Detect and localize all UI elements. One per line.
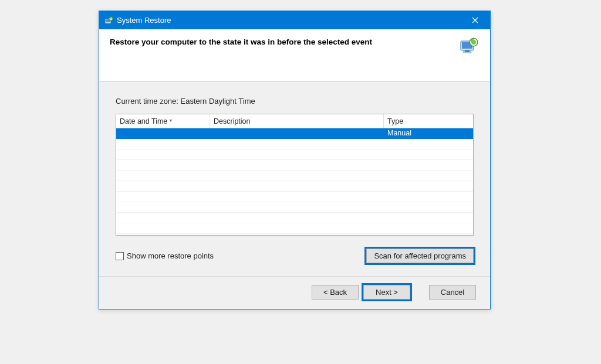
cancel-button[interactable]: Cancel [429,285,476,300]
table-body: Manual [116,128,473,234]
system-restore-dialog: System Restore Restore your computer to … [99,11,491,309]
checkbox-icon [116,252,124,260]
show-more-checkbox[interactable]: Show more restore points [116,251,214,260]
timezone-label: Current time zone: Eastern Daylight Time [116,97,474,106]
wizard-heading: Restore your computer to the state it wa… [110,38,372,46]
svg-rect-8 [463,52,471,53]
titlebar: System Restore [99,11,490,29]
column-type[interactable]: Type [384,114,473,128]
header-section: Restore your computer to the state it wa… [99,29,490,81]
column-type-label: Type [387,117,403,125]
cell-description [210,128,384,139]
content-section: Current time zone: Eastern Daylight Time… [99,81,490,276]
show-more-label: Show more restore points [127,251,214,260]
table-header: Date and Time ▾ Description Type [116,114,473,128]
options-row: Show more restore points Scan for affect… [116,249,474,263]
footer-section: < Back Next > Cancel [99,276,490,309]
svg-rect-7 [465,50,470,52]
back-button[interactable]: < Back [312,285,359,300]
cell-datetime [116,128,210,139]
window-title: System Restore [117,16,463,25]
scan-affected-button[interactable]: Scan for affected programs [366,249,474,263]
cell-type: Manual [384,128,473,139]
column-description-label: Description [214,117,251,125]
next-button[interactable]: Next > [363,285,410,300]
column-description[interactable]: Description [210,114,384,128]
restore-monitor-icon [460,38,480,57]
table-row[interactable]: Manual [116,128,473,139]
close-button[interactable] [463,11,487,29]
system-restore-icon [104,16,113,25]
restore-points-table[interactable]: Date and Time ▾ Description Type Manual [116,114,474,236]
column-datetime-label: Date and Time [120,117,167,125]
sort-indicator-icon: ▾ [170,118,172,123]
column-datetime[interactable]: Date and Time ▾ [116,114,210,128]
empty-grid [116,139,473,234]
